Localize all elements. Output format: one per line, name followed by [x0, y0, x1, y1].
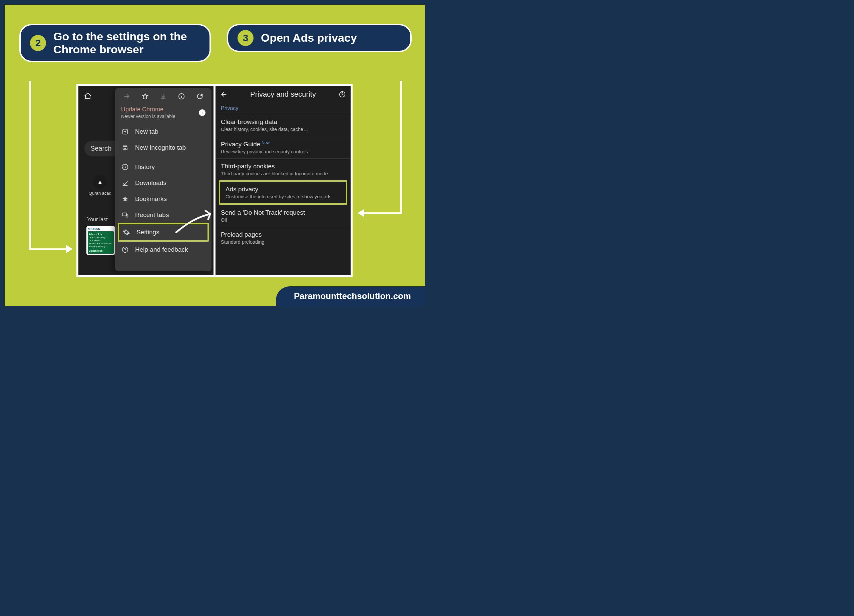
- menu-toolbar: [115, 90, 212, 105]
- menu-incognito[interactable]: New Incognito tab: [115, 140, 212, 156]
- devices-icon: [121, 211, 129, 219]
- app-shortcut[interactable]: ▲ Quran acad: [88, 175, 112, 196]
- setting-sub: Third-party cookies are blocked in Incog…: [221, 171, 345, 176]
- menu-recent-tabs[interactable]: Recent tabs: [115, 207, 212, 223]
- card-line: Privacy Policy: [89, 245, 113, 248]
- setting-title: Privacy GuideNew: [221, 140, 345, 148]
- step-2-bubble: 2 Go to the settings on the Chrome brows…: [19, 24, 211, 62]
- home-icon[interactable]: [84, 92, 92, 100]
- menu-help[interactable]: Help and feedback: [115, 242, 212, 258]
- step-2-number: 2: [30, 35, 46, 51]
- card-line: Our Company: [89, 236, 113, 239]
- setting-title-text: Privacy Guide: [221, 141, 260, 148]
- setting-dnt[interactable]: Send a 'Do Not Track' request Off: [215, 205, 351, 227]
- card-about: About Us: [89, 233, 113, 236]
- setting-title: Third-party cookies: [221, 163, 345, 170]
- card-line: Terms & Conditions: [89, 242, 113, 245]
- setting-sub: Off: [221, 218, 345, 223]
- svg-point-2: [123, 148, 125, 150]
- svg-point-9: [342, 96, 343, 96]
- menu-new-tab[interactable]: New tab: [115, 124, 212, 140]
- setting-privacy-guide[interactable]: Privacy GuideNew Review key privacy and …: [215, 136, 351, 158]
- step-2-text: Go to the settings on the Chrome browser: [53, 30, 200, 56]
- help-icon[interactable]: [339, 91, 346, 98]
- reload-icon[interactable]: [195, 92, 204, 101]
- setting-ads-privacy[interactable]: Ads privacy Customise the info used by s…: [220, 182, 346, 203]
- history-icon: [121, 163, 129, 171]
- privacy-settings-screenshot: Privacy and security Privacy Clear brows…: [215, 86, 351, 275]
- setting-third-party-cookies[interactable]: Third-party cookies Third-party cookies …: [215, 158, 351, 180]
- plus-square-icon: [121, 128, 129, 136]
- menu-label: History: [135, 163, 155, 171]
- step-3-text: Open Ads privacy: [261, 31, 357, 44]
- setting-sub: Standard preloading: [221, 239, 345, 245]
- infographic-canvas: 2 Go to the settings on the Chrome brows…: [5, 5, 425, 306]
- chrome-menu-screenshot: Search ▲ Quran acad Your last eDUKAN Abo…: [78, 86, 214, 275]
- menu-label: Downloads: [135, 179, 166, 187]
- page-title: Privacy and security: [250, 90, 316, 99]
- search-pill[interactable]: Search: [84, 141, 117, 156]
- menu-settings[interactable]: Settings: [119, 224, 207, 240]
- download-icon[interactable]: [159, 92, 168, 101]
- setting-title: Clear browsing data: [221, 118, 345, 126]
- card-contact: Contact us: [89, 249, 113, 252]
- footer-attribution: Paramounttechsolution.com: [276, 286, 425, 306]
- download-check-icon: [121, 179, 129, 187]
- card-body: About Us Our Company Our Team Terms & Co…: [88, 231, 114, 254]
- settings-header: Privacy and security: [215, 86, 351, 104]
- update-chrome-row[interactable]: Update Chrome Newer version is available…: [115, 105, 212, 123]
- menu-downloads[interactable]: Downloads: [115, 175, 212, 191]
- menu-label: Settings: [136, 229, 159, 236]
- setting-title: Send a 'Do Not Track' request: [221, 209, 345, 216]
- menu-bookmarks[interactable]: Bookmarks: [115, 191, 212, 207]
- notification-triangle-icon: ▲: [93, 175, 107, 189]
- menu-history[interactable]: History: [115, 159, 212, 175]
- card-line: Our Team: [89, 239, 113, 242]
- menu-label: Recent tabs: [135, 211, 169, 219]
- card-brand: eDUKAN: [88, 227, 114, 231]
- new-badge: New: [262, 140, 270, 145]
- back-icon[interactable]: [220, 91, 227, 98]
- update-subtitle: Newer version is available: [121, 114, 175, 119]
- info-icon[interactable]: [177, 92, 186, 101]
- forward-icon[interactable]: [122, 92, 131, 101]
- step-3-number: 3: [238, 30, 253, 46]
- chrome-overflow-menu: Update Chrome Newer version is available…: [115, 88, 212, 271]
- bookmark-star-icon: [121, 195, 129, 203]
- update-title: Update Chrome: [121, 106, 175, 113]
- incognito-icon: [121, 144, 129, 152]
- svg-point-3: [125, 148, 127, 150]
- settings-highlight: Settings: [118, 223, 209, 242]
- help-icon: [121, 246, 129, 254]
- setting-sub: Clear history, cookies, site data, cache…: [221, 127, 345, 132]
- setting-clear-data[interactable]: Clear browsing data Clear history, cooki…: [215, 114, 351, 136]
- gear-icon: [122, 228, 130, 236]
- menu-label: Help and feedback: [135, 246, 188, 253]
- setting-title: Ads privacy: [226, 186, 341, 193]
- setting-sub: Review key privacy and security controls: [221, 149, 345, 154]
- setting-title: Preload pages: [221, 231, 345, 238]
- screenshots-frame: Search ▲ Quran acad Your last eDUKAN Abo…: [76, 84, 352, 277]
- setting-sub: Customise the info used by sites to show…: [226, 194, 341, 199]
- setting-preload[interactable]: Preload pages Standard preloading: [215, 227, 351, 249]
- app-shortcut-label: Quran acad: [88, 191, 112, 196]
- menu-label: New Incognito tab: [135, 144, 186, 151]
- menu-label: New tab: [135, 128, 159, 135]
- step-3-bubble: 3 Open Ads privacy: [227, 24, 412, 52]
- recent-site-card[interactable]: eDUKAN About Us Our Company Our Team Ter…: [86, 226, 115, 255]
- star-icon[interactable]: [141, 92, 149, 101]
- svg-point-7: [125, 251, 125, 252]
- menu-label: Bookmarks: [135, 195, 167, 203]
- ads-privacy-highlight: Ads privacy Customise the info used by s…: [219, 180, 347, 205]
- privacy-subhead: Privacy: [215, 104, 351, 114]
- update-badge-icon: ↑: [199, 110, 206, 116]
- your-last-label: Your last: [87, 217, 108, 223]
